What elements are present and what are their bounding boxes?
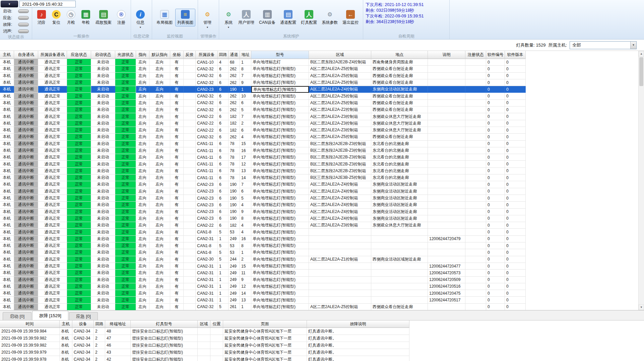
cell-sw-no[interactable]: 0	[486, 174, 505, 181]
cell-start-status[interactable]: 未启动	[91, 66, 115, 72]
cell-default-direction[interactable]: 左向	[149, 181, 170, 188]
cell-reverse[interactable]	[184, 236, 196, 242]
cell-host[interactable]: 本机	[0, 290, 14, 297]
cell-coord[interactable]: 有	[170, 215, 184, 222]
cell-direction[interactable]: 左向	[136, 249, 149, 256]
cell-note[interactable]	[428, 304, 465, 310]
fault-row[interactable]: 2021-09-09 15:39:59.982本机CAN2-34246壁挂安全出…	[0, 342, 644, 349]
fault-row[interactable]: 2021-09-09 15:39:59.984本机CAN2-34248壁挂安全出…	[0, 328, 644, 335]
cell-reg-status[interactable]	[465, 236, 486, 242]
cell-host[interactable]: 本机	[0, 229, 14, 235]
cell-self-comm[interactable]: 通讯中断	[14, 202, 38, 208]
cell-sw-version[interactable]: 0	[505, 174, 526, 181]
cell-model[interactable]: 单向地埋标志灯(智能型)	[251, 154, 309, 161]
cell-coord[interactable]: 有	[170, 147, 184, 154]
cell-address[interactable]: 15	[240, 263, 251, 270]
cell-loop[interactable]: 5	[218, 242, 229, 249]
cell-direction[interactable]: 左向	[136, 283, 149, 290]
cell-area[interactable]: A区二层2ALE2A-Z4控制箱	[309, 209, 371, 215]
table-row[interactable]: 本机通讯中断通讯正常正常未启动正常左向左向有CAN2-2261824单向地埋标志…	[0, 222, 638, 229]
cell-start-status[interactable]: 未启动	[91, 134, 115, 140]
cell-sw-no[interactable]: 0	[486, 229, 505, 235]
col-header-host[interactable]: 主机	[60, 320, 72, 328]
cell-device[interactable]: CAN2-32	[196, 93, 218, 99]
cell-direction[interactable]: 左向	[136, 141, 149, 147]
cell-area[interactable]: A区二层2ALE2A-Z4控制箱	[309, 86, 371, 93]
cell-device-comm[interactable]: 通讯正常	[38, 113, 67, 120]
can-device-button[interactable]: ▥CAN设备	[257, 9, 277, 26]
cell-area[interactable]: A区二层2ALE2A-Z5控制箱	[309, 100, 371, 106]
table-row[interactable]: 本机通讯中断通讯正常正常未启动正常左向左向有CAN2-3252611单向地埋标志…	[0, 304, 638, 310]
system-button[interactable]: ⚙系统▼	[221, 9, 236, 29]
cell-sw-version[interactable]: 0	[505, 86, 526, 93]
cell-coord[interactable]: 有	[170, 188, 184, 195]
cell-address[interactable]: 13	[240, 168, 251, 174]
cell-device-comm[interactable]: 通讯正常	[38, 195, 67, 202]
cell-start-status[interactable]: 未启动	[91, 188, 115, 195]
cell-host[interactable]: 本机	[0, 236, 14, 242]
cell-address[interactable]: 1	[240, 86, 251, 93]
cell-loop[interactable]: 2	[94, 328, 105, 335]
cell-start-status[interactable]: 未启动	[91, 209, 115, 215]
cell-direction[interactable]: 左向	[136, 270, 149, 276]
list-view-button[interactable]: ≡列表视图	[175, 9, 195, 26]
cell-location[interactable]: 东北看台的北侧走廊	[371, 168, 428, 174]
chevron-down-icon[interactable]: ▼	[630, 42, 636, 49]
cell-device-comm[interactable]: 通讯正常	[38, 134, 67, 140]
cell-address[interactable]: 5	[240, 106, 251, 113]
cell-address[interactable]: 13	[240, 297, 251, 303]
cell-emergency-status[interactable]: 正常	[67, 283, 91, 290]
cell-reg-status[interactable]	[465, 188, 486, 195]
cell-host[interactable]: 本机	[0, 134, 14, 140]
cell-reverse[interactable]	[184, 79, 196, 86]
cell-sw-no[interactable]: 0	[486, 147, 505, 154]
cell-reverse[interactable]	[184, 147, 196, 154]
cell-device-comm[interactable]: 通讯正常	[38, 79, 67, 86]
cell-light-status[interactable]: 正常	[115, 242, 136, 249]
cell-sw-no[interactable]: 0	[486, 249, 505, 256]
cell-sw-no[interactable]: 0	[486, 181, 505, 188]
cell-page[interactable]: 延安全民健身中心体育馆A区地下一层	[223, 328, 307, 335]
cell-coord[interactable]: 有	[170, 209, 184, 215]
cell-coord[interactable]: 有	[170, 113, 184, 120]
cell-self-comm[interactable]: 通讯中断	[14, 147, 38, 154]
cell-device[interactable]: CAN2-32	[196, 66, 218, 72]
cell-sw-no[interactable]: 0	[486, 113, 505, 120]
cell-sw-no[interactable]: 0	[486, 86, 505, 93]
cell-note[interactable]	[428, 188, 465, 195]
cell-host[interactable]: 本机	[60, 328, 72, 335]
cell-reg-status[interactable]	[465, 59, 486, 66]
cell-start-status[interactable]: 未启动	[91, 93, 115, 99]
cell-time[interactable]: 2021-09-09 15:39:59.984	[0, 328, 60, 335]
cell-self-comm[interactable]: 通讯中断	[14, 141, 38, 147]
cell-self-comm[interactable]: 通讯中断	[14, 174, 38, 181]
cell-device[interactable]: CAN2-34	[72, 356, 94, 361]
cell-location[interactable]: 西侧商业活动区域附近走廊	[371, 256, 428, 263]
cell-default-direction[interactable]: 左向	[149, 120, 170, 127]
cell-device[interactable]: CAN1-11	[196, 174, 218, 181]
cell-device[interactable]: CAN2-34	[72, 335, 94, 342]
cell-coord[interactable]: 有	[170, 134, 184, 140]
cell-area[interactable]	[198, 349, 210, 356]
cell-loop[interactable]: 1	[218, 236, 229, 242]
cell-light-status[interactable]: 正常	[115, 188, 136, 195]
cell-location[interactable]: 东北看台的北侧走廊	[371, 161, 428, 167]
cell-device[interactable]: CAN1-11	[196, 141, 218, 147]
cell-device-comm[interactable]: 通讯正常	[38, 161, 67, 167]
cell-channel[interactable]: 190	[229, 86, 240, 93]
cell-model[interactable]: 单向地埋标志灯(智能型)	[251, 297, 309, 303]
cell-host[interactable]: 本机	[60, 342, 72, 349]
cell-sw-version[interactable]: 0	[505, 120, 526, 127]
cell-device-comm[interactable]: 通讯正常	[38, 242, 67, 249]
cell-device[interactable]: CAN2-32	[196, 134, 218, 140]
cell-sw-no[interactable]: 0	[486, 188, 505, 195]
cell-reverse[interactable]	[184, 113, 196, 120]
cell-start-status[interactable]: 未启动	[91, 79, 115, 86]
cell-time[interactable]: 2021-09-09 15:39:59.982	[0, 335, 60, 342]
cell-direction[interactable]: 左向	[136, 79, 149, 86]
cell-location[interactable]: 西侧观众看台附近走廊	[371, 79, 428, 86]
cell-sw-version[interactable]: 0	[505, 161, 526, 167]
table-row[interactable]: 本机通讯中断通讯正常正常未启动正常左向左向有CAN2-2361901单向地埋标志…	[0, 86, 638, 93]
cell-loop[interactable]: 1	[218, 283, 229, 290]
manage-button[interactable]: ⚙管理▼	[200, 9, 214, 29]
